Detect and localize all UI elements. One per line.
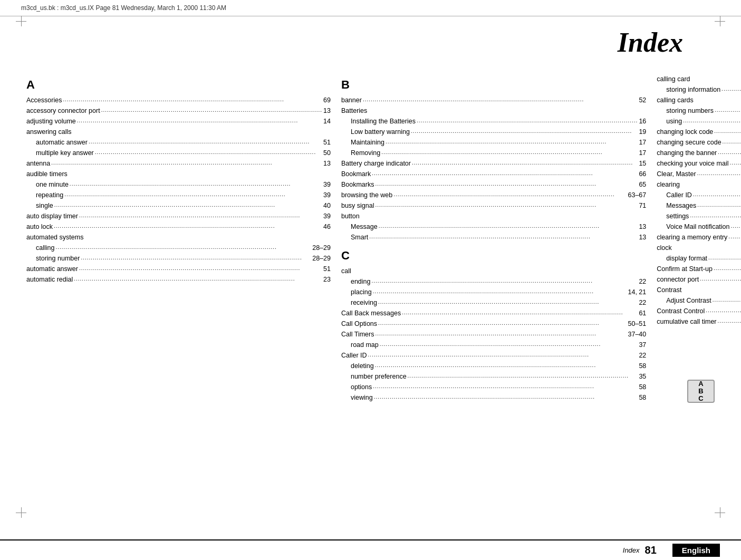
entry-page: 69 bbox=[323, 95, 331, 105]
entry-dots bbox=[380, 340, 638, 349]
list-item: automatic answer51 bbox=[26, 137, 331, 148]
entry-dots bbox=[369, 233, 638, 241]
entry-dots bbox=[402, 308, 638, 317]
list-item: Contrast bbox=[657, 285, 741, 295]
entry-page: 50 bbox=[323, 148, 331, 158]
entry-label: receiving bbox=[341, 297, 377, 308]
entry-label: cumulative call timer bbox=[657, 316, 716, 327]
entry-dots bbox=[408, 372, 638, 380]
entry-label: number preference bbox=[341, 371, 407, 382]
entry-dots bbox=[373, 287, 627, 296]
entry-label: adjusting volume bbox=[26, 116, 76, 127]
list-item: one minute39 bbox=[26, 179, 331, 190]
entry-label: automatic redial bbox=[26, 274, 73, 285]
list-item: Adjust Contrast53 bbox=[657, 295, 741, 306]
entry-label: storing number bbox=[26, 253, 80, 264]
entry-page: 13 bbox=[323, 158, 331, 169]
entry-label: changing the banner bbox=[657, 148, 717, 158]
list-item: Batteries bbox=[341, 105, 646, 116]
entry-dots bbox=[54, 201, 322, 209]
list-item: Maintaining17 bbox=[341, 137, 646, 148]
list-item: banner52 bbox=[341, 95, 646, 105]
entry-label: banner bbox=[341, 95, 362, 105]
entry-label: one minute bbox=[26, 179, 69, 190]
entry-dots bbox=[683, 117, 741, 125]
list-item: calling card bbox=[657, 74, 741, 84]
entry-dots bbox=[70, 180, 322, 188]
entry-dots bbox=[375, 330, 627, 338]
header-text: m3cd_us.bk : m3cd_us.IX Page 81 Wednesda… bbox=[21, 4, 226, 12]
entry-label: Battery charge indicator bbox=[341, 158, 411, 169]
entry-label: audible timers bbox=[26, 169, 68, 179]
entry-label: repeating bbox=[26, 190, 63, 200]
column-c2: calling cardstoring information72calling… bbox=[657, 74, 741, 403]
list-item: accessory connector port13 bbox=[26, 105, 331, 116]
entry-dots bbox=[378, 319, 627, 327]
list-item: changing secure code47 bbox=[657, 137, 741, 148]
entry-label: browsing the web bbox=[341, 190, 392, 200]
entry-label: automated systems bbox=[26, 232, 83, 243]
list-item: Low battery warning19 bbox=[341, 127, 646, 137]
entry-page: 13 bbox=[639, 221, 646, 232]
entry-dots bbox=[714, 264, 741, 273]
column-c2-entries: calling cardstoring information72calling… bbox=[657, 74, 741, 327]
entry-label: Caller ID bbox=[341, 350, 367, 361]
entry-label: Messages bbox=[657, 200, 696, 211]
list-item: Call Back messages61 bbox=[341, 308, 646, 318]
entry-page: 13 bbox=[323, 105, 331, 116]
entry-page: 63–67 bbox=[628, 190, 647, 200]
entry-dots bbox=[74, 275, 322, 283]
list-item: placing14, 21 bbox=[341, 287, 646, 297]
entry-label: Call Options bbox=[341, 318, 377, 329]
entry-dots bbox=[81, 254, 311, 262]
entry-label: changing secure code bbox=[657, 137, 721, 148]
column-a-entries: Accessories69accessory connector port13a… bbox=[26, 95, 331, 285]
entry-dots bbox=[64, 190, 322, 199]
entry-label: display format bbox=[657, 253, 707, 264]
list-item: Accessories69 bbox=[26, 95, 331, 105]
entry-dots bbox=[375, 361, 638, 370]
entry-page: 22 bbox=[639, 297, 646, 308]
entry-dots bbox=[715, 106, 741, 114]
entry-label: Caller ID bbox=[657, 190, 692, 200]
entry-label: viewing bbox=[341, 392, 373, 403]
list-item: deleting58 bbox=[341, 361, 646, 371]
entry-label: antenna bbox=[26, 158, 50, 169]
section-letter-a: A bbox=[26, 78, 331, 92]
entry-page: 39 bbox=[323, 190, 331, 200]
entry-label: settings bbox=[657, 211, 689, 221]
entry-dots bbox=[393, 190, 627, 199]
entry-page: 17 bbox=[639, 148, 646, 158]
abc-line1: A bbox=[698, 380, 703, 388]
entry-label: calling cards bbox=[657, 95, 693, 105]
entry-label: accessory connector port bbox=[26, 105, 100, 116]
list-item: connector port13 bbox=[657, 274, 741, 285]
list-item: Bookmark66 bbox=[341, 169, 646, 179]
entry-dots bbox=[77, 117, 322, 125]
entry-dots bbox=[373, 382, 638, 391]
list-item: Removing17 bbox=[341, 148, 646, 158]
entry-label: Maintaining bbox=[341, 137, 384, 148]
list-item: automated systems bbox=[26, 232, 331, 243]
entry-page: 50–51 bbox=[628, 318, 647, 329]
entry-dots bbox=[101, 106, 322, 114]
list-item: repeating39 bbox=[26, 190, 331, 200]
entry-dots bbox=[372, 169, 638, 178]
list-item: answering calls bbox=[26, 127, 331, 137]
list-item: receiving22 bbox=[341, 297, 646, 308]
entry-label: clearing a memory entry bbox=[657, 232, 727, 243]
list-item: busy signal71 bbox=[341, 200, 646, 211]
entry-label: automatic answer bbox=[26, 137, 88, 148]
entry-dots bbox=[378, 298, 638, 306]
entry-dots bbox=[374, 393, 638, 401]
entry-label: Bookmarks bbox=[341, 179, 374, 190]
entry-label: Confirm at Start-up bbox=[657, 264, 713, 274]
list-item: viewing58 bbox=[341, 392, 646, 403]
list-item: Battery charge indicator15 bbox=[341, 158, 646, 169]
list-item: Installing the Batteries16 bbox=[341, 116, 646, 127]
list-item: automatic redial23 bbox=[26, 274, 331, 285]
list-item: checking your voice mail59 bbox=[657, 158, 741, 169]
column-bc: B banner52BatteriesInstalling the Batter… bbox=[341, 74, 657, 403]
entry-page: 35 bbox=[639, 371, 646, 382]
list-item: clearing a memory entry27 bbox=[657, 232, 741, 243]
